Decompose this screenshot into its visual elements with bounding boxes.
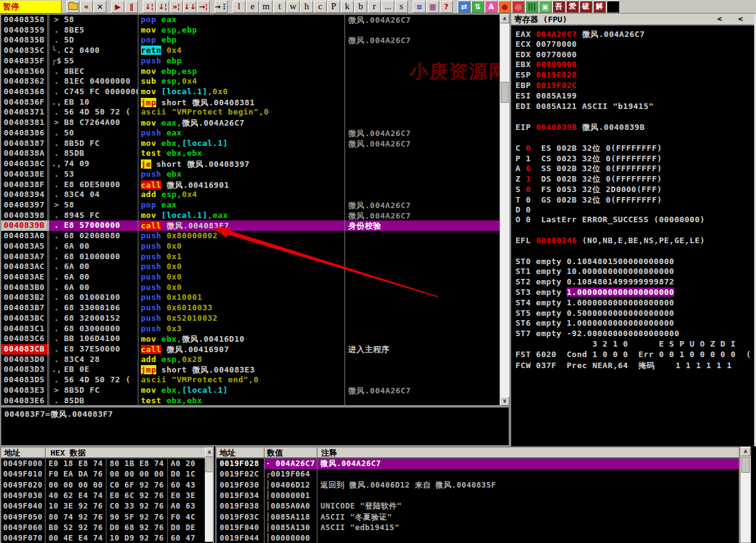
- disasm-address[interactable]: 00408358: [1, 15, 49, 25]
- scrollbar-thumb[interactable]: [205, 457, 213, 472]
- disasm-comment[interactable]: [345, 97, 499, 108]
- animate-into-button[interactable]: »¦: [170, 1, 183, 13]
- disasm-comment[interactable]: [345, 118, 499, 128]
- disasm-address[interactable]: 0040838F: [1, 180, 49, 190]
- open-file-button[interactable]: [66, 1, 79, 13]
- source-window-button[interactable]: s: [395, 1, 408, 13]
- disasm-address[interactable]: 00408360: [1, 66, 49, 77]
- animate-over-button[interactable]: ↓↓: [183, 1, 196, 13]
- disasm-comment[interactable]: [345, 231, 499, 241]
- disasm-comment[interactable]: [345, 292, 499, 303]
- disasm-instruction[interactable]: push 0x0: [138, 262, 345, 272]
- disasm-instruction[interactable]: add esp,0x28: [138, 355, 345, 365]
- disasm-instruction[interactable]: jmp short 微风.004083E3: [138, 364, 345, 375]
- dump-row[interactable]: 0049F04010 3E 92 76C0 33 92 76A0 63: [1, 501, 213, 512]
- disasm-instruction[interactable]: push 0x6010033: [138, 303, 345, 313]
- disasm-instruction[interactable]: jmp short 微风.00408381: [138, 97, 345, 108]
- pause-button[interactable]: ∥: [125, 1, 138, 13]
- disasm-row[interactable]: 004083D3.,EB 0Ejmp short 微风.004083E3: [1, 364, 499, 375]
- disasm-comment[interactable]: [345, 334, 499, 344]
- disasm-comment[interactable]: [345, 324, 499, 334]
- disasm-comment[interactable]: [345, 262, 499, 272]
- disasm-address[interactable]: 004083C6: [1, 334, 49, 344]
- disasm-row[interactable]: 004083AC.6A 00push 0x0: [1, 262, 499, 272]
- disasm-comment[interactable]: 微风.004A26C7: [345, 211, 499, 221]
- disasm-row[interactable]: 00408358>58pop eax微风.004A26C7: [1, 15, 499, 25]
- scrollbar-thumb[interactable]: [741, 457, 750, 473]
- disasm-row[interactable]: 00408394.83C4 04add esp,0x4: [1, 190, 499, 200]
- disasm-address[interactable]: 004083D3: [1, 364, 49, 375]
- disasm-row[interactable]: 00408359.8BE5mov esp,ebp: [1, 25, 499, 36]
- plugin-wu-button[interactable]: 吾: [552, 1, 565, 13]
- disasm-address[interactable]: 0040838A: [1, 148, 49, 159]
- disasm-instruction[interactable]: call 微风.00416901: [138, 180, 345, 190]
- disasm-instruction[interactable]: sub esp,0x4: [138, 76, 345, 87]
- disasm-address[interactable]: 004083AC: [1, 262, 49, 272]
- disasm-instruction[interactable]: push 0x10001: [138, 292, 345, 303]
- disasm-instruction[interactable]: call 微风.004083F7: [138, 220, 345, 231]
- register-line[interactable]: FST 6020 Cond 1 0 0 0 Err 0 0 1 0 0 0 0 …: [511, 350, 754, 360]
- disasm-instruction[interactable]: call 微风.00416907: [138, 344, 345, 355]
- disasm-comment[interactable]: 微风.004A26C7: [345, 15, 499, 25]
- scroll-up-icon[interactable]: ∧: [205, 448, 214, 457]
- disasm-instruction[interactable]: retn 0x4: [138, 46, 345, 56]
- stack-row[interactable]: 0019F038│0085A0A0UNICODE "登陆软件": [217, 501, 739, 512]
- disasm-instruction[interactable]: push 0x0: [138, 283, 345, 293]
- disasm-instruction[interactable]: test ebx,ebx: [138, 396, 345, 406]
- register-line[interactable]: ST3 empty 1.0000000000000000000: [511, 288, 754, 298]
- help-button[interactable]: ?: [440, 1, 453, 13]
- register-line[interactable]: EBP 0019F02C: [511, 81, 754, 91]
- stack-row[interactable]: 0019F034│00000001: [217, 491, 739, 501]
- dump-row[interactable]: 0049F05080 74 92 7690 5F 92 76F0 4C: [1, 512, 213, 523]
- disasm-instruction[interactable]: push ebx: [138, 169, 345, 180]
- breakpoints-window-button[interactable]: b: [354, 1, 367, 13]
- dump-row[interactable]: 0049F07000 4E E4 7410 D9 92 7660 47: [1, 533, 213, 543]
- disasm-comment[interactable]: [345, 364, 499, 375]
- disasm-comment[interactable]: [345, 303, 499, 313]
- register-line[interactable]: ST5 empty 0.5000000000000000000: [511, 308, 754, 319]
- register-line[interactable]: ST0 empty 0.1084801500000000000: [511, 257, 754, 267]
- plugin-ai-button[interactable]: 爱: [566, 1, 579, 13]
- execute-till-return-button[interactable]: →¦: [197, 1, 210, 13]
- register-line[interactable]: T 0 GS 002B 32位 0(FFFFFFFF): [511, 195, 754, 205]
- dump-row[interactable]: 0049F03040 62 E4 74E0 6C 92 76E0 3E: [1, 491, 213, 501]
- disasm-address[interactable]: 004083BC: [1, 313, 49, 324]
- disasm-row[interactable]: 004083A0.68 02000080push 0x80000002: [1, 231, 499, 241]
- register-line[interactable]: ESI 0085A199: [511, 91, 754, 102]
- disasm-instruction[interactable]: mov esp,ebp: [138, 25, 345, 36]
- dump-row[interactable]: 0049F060B0 52 92 76D0 68 92 76D0 DE: [1, 523, 213, 533]
- plugin-updown-button[interactable]: ⇅: [471, 1, 484, 13]
- hex-dump-scrollbar[interactable]: ∧: [205, 448, 214, 542]
- plugin-swap-button[interactable]: ⇄: [458, 1, 471, 13]
- disasm-row[interactable]: 004083E3>8B5D FCmov ebx,[local.1]微风.004A…: [1, 385, 499, 396]
- register-line[interactable]: Z 1 DS 002B 32位 0(FFFFFFFF): [511, 174, 754, 184]
- handles-window-button[interactable]: h: [300, 1, 313, 13]
- disasm-row[interactable]: 0040838C.,74 09je short 微风.00408397: [1, 159, 499, 169]
- disasm-row[interactable]: 0040835C└.C2 0400retn 0x4: [1, 46, 499, 56]
- stack-row[interactable]: 0019F03C│0085A118ASCII "冬夏验证": [217, 512, 739, 523]
- disasm-instruction[interactable]: push eax: [138, 128, 345, 139]
- disasm-address[interactable]: 00408368: [1, 87, 49, 97]
- disasm-instruction[interactable]: add esp,0x4: [138, 190, 345, 200]
- references-window-button[interactable]: r: [368, 1, 381, 13]
- register-line[interactable]: S 0 FS 0053 32位 2D0000(FFF): [511, 184, 754, 195]
- disasm-comment[interactable]: [345, 190, 499, 200]
- disasm-row[interactable]: 0040835B.5Dpop ebp微风.004A26C7: [1, 35, 499, 46]
- disasm-comment[interactable]: 微风.004A26C7: [345, 128, 499, 139]
- register-line[interactable]: EDX 00770000: [511, 50, 754, 60]
- disasm-comment[interactable]: [345, 159, 499, 169]
- disasm-row[interactable]: 00408386.50push eax微风.004A26C7: [1, 128, 499, 139]
- register-line[interactable]: EAX 004A26C7 微风.004A26C7: [511, 29, 754, 39]
- close-button[interactable]: ×: [94, 1, 106, 13]
- restart-button[interactable]: «: [80, 1, 93, 13]
- disasm-comment[interactable]: 微风.004A26C7: [345, 35, 499, 46]
- register-line[interactable]: P 1 CS 0023 32位 0(FFFFFFFF): [511, 153, 754, 164]
- disasm-address[interactable]: 0040838C: [1, 159, 49, 169]
- disasm-instruction[interactable]: mov ebx,微风.00416D10: [138, 334, 345, 344]
- stack-scrollbar[interactable]: ∧: [740, 446, 751, 543]
- disasm-address[interactable]: 0040835C: [1, 46, 49, 56]
- disasm-address[interactable]: 00408398: [1, 211, 49, 221]
- disasm-address[interactable]: 004083AE: [1, 272, 49, 283]
- plugin-blank-button[interactable]: ■: [607, 1, 619, 13]
- disasm-comment[interactable]: [345, 313, 499, 324]
